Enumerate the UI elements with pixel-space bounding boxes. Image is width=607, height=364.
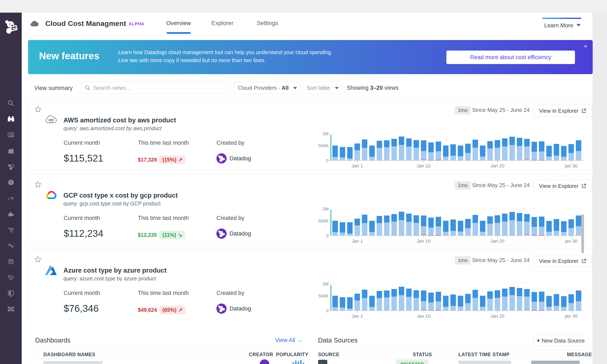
search-input[interactable] bbox=[93, 83, 226, 92]
column-header-status: STATUS bbox=[413, 352, 432, 357]
external-link-icon bbox=[581, 183, 587, 189]
current-month-value: $76,346 bbox=[64, 303, 100, 314]
dashboards-title: Dashboards bbox=[35, 337, 70, 344]
learn-more-button[interactable]: Learn More bbox=[542, 18, 581, 31]
search-views-box[interactable] bbox=[81, 82, 231, 94]
cloud-providers-dropdown[interactable]: Cloud Providers - All bbox=[234, 82, 300, 94]
search-icon bbox=[84, 85, 91, 91]
cost-view-card: aws Azure cost type by azure product que… bbox=[28, 249, 593, 320]
current-month-label: Current month bbox=[64, 140, 103, 146]
creator-name: Datadog bbox=[229, 231, 251, 237]
stacked-bars bbox=[332, 287, 582, 311]
gridline-500k bbox=[331, 221, 582, 221]
created-by-label: Created by bbox=[216, 140, 251, 146]
trend-arrow-icon: ↗ bbox=[178, 157, 183, 163]
column-header-latest-time-stamp: LATEST TIME STAMP bbox=[458, 352, 510, 357]
chart-cursor-line bbox=[330, 285, 331, 311]
creator-name: Datadog bbox=[229, 155, 251, 162]
alert-circle-icon[interactable] bbox=[7, 179, 15, 186]
last-month-label: This time last month bbox=[138, 140, 189, 146]
dashboard-row-name-clipped[interactable] bbox=[43, 361, 102, 364]
view-query: query: gcp.cost.type.cost by GCP product bbox=[64, 201, 161, 207]
data-source-timestamp-clipped bbox=[458, 361, 511, 364]
datadog-avatar-icon bbox=[216, 304, 226, 314]
cloud-cost-management-page: Cloud Cost Managment ALPHA OverviewExplo… bbox=[0, 0, 607, 364]
infrastructure-hexagons-icon[interactable] bbox=[7, 163, 15, 170]
notebook-icon[interactable] bbox=[7, 258, 15, 265]
view-title: Azure cost type by azure product bbox=[64, 267, 167, 274]
ci-link-icon[interactable] bbox=[7, 242, 15, 250]
view-title: GCP cost type x cost by gcp product bbox=[64, 192, 178, 199]
dashboard-row-creator-avatar bbox=[260, 359, 269, 364]
current-month-value: $115,521 bbox=[64, 153, 103, 164]
filter-row: View summary Cloud Providers - All Sort … bbox=[28, 82, 593, 95]
column-header-dashboard-names: DASHBOARD NAMES bbox=[43, 352, 95, 357]
datadog-logo-icon[interactable] bbox=[3, 19, 19, 35]
x-tick-label: Jan 10 bbox=[417, 163, 431, 169]
page-gutter bbox=[593, 13, 607, 364]
binoculars-icon[interactable] bbox=[7, 115, 15, 123]
data-source-status-badge: INGESTED bbox=[396, 359, 428, 364]
logs-filter-icon[interactable] bbox=[7, 226, 15, 234]
popularity-bars bbox=[292, 360, 304, 364]
view-query: query: azure.cost.type by azure product bbox=[64, 275, 156, 282]
chevron-down-icon bbox=[293, 87, 297, 89]
view-query: query: aws.amortized.cost by aws.product bbox=[64, 125, 161, 131]
scrollbar-thumb[interactable] bbox=[581, 214, 584, 253]
security-shield-icon[interactable] bbox=[7, 289, 15, 297]
view-summary-label: View summary bbox=[34, 85, 73, 91]
chevron-down-icon bbox=[576, 24, 581, 26]
dashboards-list-icon[interactable] bbox=[7, 131, 15, 139]
trend-arrow-icon: ↘ bbox=[178, 232, 182, 238]
browser-chrome-strip bbox=[0, 0, 607, 13]
read-more-button[interactable]: Read more about cost efficiency bbox=[446, 51, 575, 64]
cost-view-card: aws GCP cost type x cost by gcp product … bbox=[28, 174, 593, 245]
external-link-icon bbox=[581, 258, 587, 264]
close-icon[interactable]: × bbox=[584, 43, 587, 49]
x-tick-label: jan 30 bbox=[565, 163, 578, 169]
created-by-label: Created by bbox=[216, 215, 251, 221]
view-in-explorer-button[interactable]: View in Explorer bbox=[534, 255, 592, 267]
metrics-chart-icon[interactable] bbox=[7, 147, 15, 155]
x-axis-line bbox=[330, 160, 584, 161]
tab-explorer[interactable]: Explorer bbox=[211, 20, 233, 26]
delta-badge: (11%)↘ bbox=[159, 231, 185, 239]
range-badge: 1mo bbox=[455, 106, 471, 114]
column-header-creator: CREATOR bbox=[249, 352, 273, 357]
integrations-puzzle-icon[interactable] bbox=[7, 210, 15, 218]
network-globe-icon[interactable] bbox=[7, 305, 15, 313]
range-text: Since May 25 - June 24 bbox=[472, 257, 530, 263]
delta-amount: $49,624 bbox=[138, 307, 157, 313]
delta-amount: $12,235 bbox=[138, 232, 157, 238]
svg-text:aws: aws bbox=[49, 118, 54, 121]
search-icon[interactable] bbox=[7, 99, 15, 107]
range-badge: 1mo bbox=[455, 256, 471, 265]
view-all-link[interactable]: View All → bbox=[275, 337, 303, 344]
cost-view-card: aws AWS amortized cost by aws product qu… bbox=[28, 99, 593, 170]
apm-gauge-icon[interactable] bbox=[7, 195, 15, 202]
chevron-down-icon bbox=[335, 87, 339, 89]
page-title: Cloud Cost Managment bbox=[45, 19, 126, 28]
data-source-row-icon bbox=[318, 360, 327, 364]
sort-table-dropdown[interactable]: Sort table bbox=[303, 82, 342, 94]
column-header-source: SOURCE bbox=[318, 352, 339, 357]
x-axis-line bbox=[330, 311, 584, 311]
delta: $17,328 (15%)↗ bbox=[138, 156, 189, 164]
new-data-source-button[interactable]: +New Data Source bbox=[533, 335, 588, 347]
plus-icon: + bbox=[537, 337, 540, 344]
banner-line2: Line two with more copy if neeeded but n… bbox=[118, 57, 265, 63]
delta-badge: (65%)↗ bbox=[159, 306, 185, 314]
data-source-message-clipped bbox=[531, 361, 580, 364]
x-tick-label: Jan 1 bbox=[352, 163, 363, 169]
view-in-explorer-button[interactable]: View in Explorer bbox=[534, 105, 592, 117]
gridline-500k bbox=[331, 296, 582, 296]
current-month-label: Current month bbox=[64, 290, 100, 296]
current-month-value: $112,234 bbox=[64, 228, 103, 239]
range-text: Since May 25 - June 24 bbox=[472, 182, 530, 189]
view-title: AWS amortized cost by aws product bbox=[64, 117, 176, 124]
view-in-explorer-button[interactable]: View in Explorer bbox=[534, 180, 592, 192]
tab-settings[interactable]: Settings bbox=[257, 20, 278, 26]
log-search-icon[interactable] bbox=[7, 274, 15, 281]
datadog-avatar-icon bbox=[216, 229, 226, 239]
tab-overview[interactable]: Overview bbox=[166, 20, 191, 26]
